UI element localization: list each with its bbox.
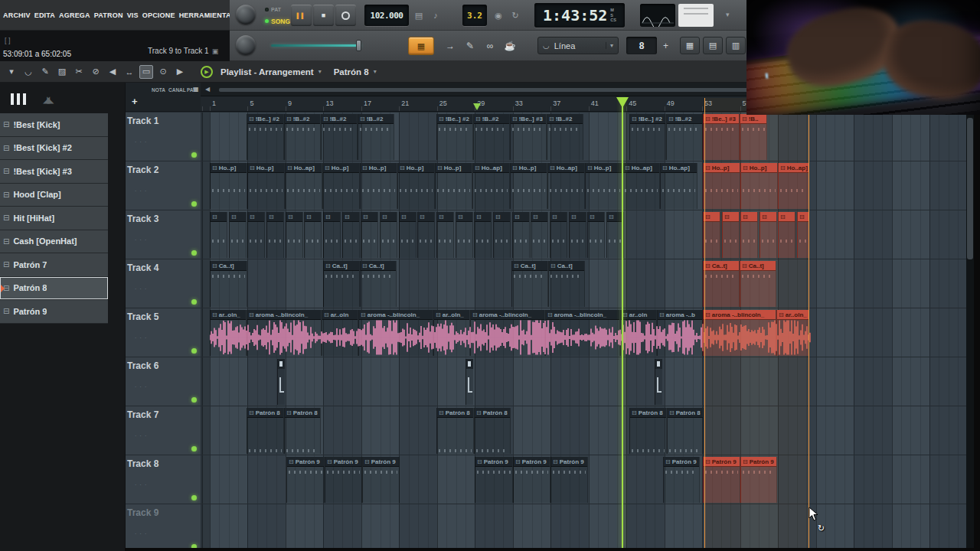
clip[interactable]: ⊟Patrón 8 [667, 408, 704, 454]
clip[interactable]: ⊟ [304, 212, 322, 258]
pat-mode-label[interactable]: PAT [271, 7, 281, 12]
playlist-track-5[interactable]: ⊟ar..oln_⊟aroma -..blincoln_⊟ar..oln⊟aro… [201, 308, 966, 357]
detach-chevron-icon[interactable]: ▾ [5, 65, 18, 79]
track-options-dots[interactable]: . . . [135, 235, 147, 242]
vertical-scrollbar[interactable] [966, 112, 974, 548]
playlist-track-2[interactable]: ⊟Ho..p]⊟Ho..p]⊟Ho..ap]⊟Ho..p]⊟Ho..p]⊟Ho.… [201, 161, 966, 210]
pencil-tool-button[interactable]: ✎ [462, 37, 478, 55]
playhead-marker[interactable] [616, 97, 629, 108]
clip[interactable]: ⊟Patrón 9 [663, 457, 700, 503]
track-options-dots[interactable]: . . . [135, 333, 147, 340]
pattern-item-7[interactable]: ⊟Patrón 7 [0, 253, 108, 277]
vertical-scrollbar-thumb[interactable] [967, 118, 973, 259]
track-name[interactable]: Track 4 [127, 262, 158, 273]
position-display[interactable]: 3.2 [462, 5, 487, 26]
clip[interactable]: ⊟Patrón 9 [286, 457, 325, 503]
menu-item-agrega[interactable]: AGREGA [59, 11, 90, 19]
menu-item-herramienta[interactable]: HERRAMIENTA [179, 11, 231, 19]
clip[interactable]: ⊟!Be..] #3 [510, 114, 547, 160]
pattern-item-2[interactable]: ⊟!Best [Kick] #2 [0, 137, 108, 161]
track-activity-led[interactable] [191, 299, 197, 305]
clip[interactable]: ⊟Patrón 9 [362, 457, 400, 503]
clip[interactable]: ⊟Ho..ap] [660, 163, 697, 209]
clip[interactable]: ⊟Ho..p] [247, 163, 285, 209]
scroll-left-icon[interactable]: ◀ [205, 86, 210, 93]
mini-clip[interactable] [466, 359, 473, 405]
view-pattern-button[interactable]: ▦ [680, 37, 700, 54]
clip[interactable]: ⊟Ho..p] [360, 163, 397, 209]
clip[interactable]: ⊟Patrón 8 [436, 408, 474, 454]
view-tracks-button[interactable]: ▤ [703, 37, 723, 54]
clip[interactable]: ⊟Patrón 8 [629, 408, 667, 454]
playlist-track-6[interactable] [201, 357, 966, 406]
track-name[interactable]: Track 5 [127, 311, 158, 322]
master-pitch-slider[interactable] [271, 44, 361, 47]
clip[interactable]: ⊟Ho..ap] [472, 163, 510, 209]
time-selection[interactable] [704, 98, 809, 548]
playlist-grid[interactable]: ◀ 159131721252933374145495357 ⊟!Be..] #2… [201, 83, 966, 548]
clip[interactable]: ⊟ [266, 212, 284, 258]
clip[interactable]: ⊟ [210, 212, 227, 258]
pattern-item-3[interactable]: ⊟!Best [Kick] #3 [0, 160, 108, 184]
clip[interactable]: ⊟Ho..p] [397, 163, 435, 209]
pattern-item-8[interactable]: ⊟Patrón 8 [0, 277, 108, 301]
clip[interactable]: ⊟Patrón 8 [247, 408, 284, 454]
transport-more-chevron-icon[interactable]: ▾ [726, 11, 730, 18]
clip[interactable]: ⊟ [247, 212, 265, 258]
clip[interactable]: ⊟Ca..t] [210, 261, 247, 307]
clip[interactable]: ⊟Ho..p] [585, 163, 622, 209]
pattern-item-5[interactable]: ⊟Hit [HiHat] [0, 207, 108, 230]
clip[interactable]: ⊟Ho..ap] [622, 163, 660, 209]
song-mode-label[interactable]: SONG [271, 18, 290, 25]
clip[interactable]: ⊟Ho..p] [510, 163, 547, 209]
select-tool-icon[interactable]: ▭ [139, 65, 153, 79]
menu-item-opcione[interactable]: OPCIONE [142, 11, 175, 19]
slip-tool-icon[interactable]: ↔ [122, 65, 136, 79]
timeline-marker[interactable] [473, 103, 481, 110]
chevron-down-icon[interactable]: ▾ [318, 68, 322, 75]
menu-item-vis[interactable]: VIS [127, 11, 139, 19]
playlist-track-3[interactable]: ⊟⊟⊟⊟⊟⊟⊟⊟⊟⊟⊟⊟⊟⊟⊟⊟⊟⊟⊟⊟⊟⊟⊟⊟⊟⊟⊟⊟ [201, 210, 966, 259]
clip[interactable]: ⊟Patrón 8 [284, 408, 321, 454]
clip[interactable]: ⊟Patrón 9 [550, 457, 588, 503]
mute-tool-icon[interactable]: ◀ [106, 65, 119, 79]
pattern-item-6[interactable]: ⊟Cash [OpenHat] [0, 230, 108, 254]
clip[interactable]: ⊟ [229, 212, 247, 258]
clip[interactable]: ⊟Patrón 8 [474, 408, 511, 454]
metronome-icon[interactable]: ♪ [429, 8, 443, 23]
clip[interactable]: ⊟ [456, 212, 473, 258]
clip[interactable]: ⊟ [286, 212, 303, 258]
clip[interactable]: ⊟ [399, 212, 416, 258]
clip[interactable]: ⊟!B..#2 [358, 114, 394, 160]
clip[interactable]: ⊟Ca..t] [360, 261, 397, 307]
track-options-dots[interactable]: . . . [135, 284, 147, 291]
playlist-title[interactable]: Playlist - Arrangement [220, 67, 314, 77]
pattern-item-4[interactable]: ⊟Hood [Clap] [0, 184, 108, 207]
track-activity-led[interactable] [191, 201, 197, 207]
clip[interactable]: ⊟!Be..] #2 [629, 114, 666, 160]
main-volume-knob[interactable] [236, 5, 256, 24]
track-options-dots[interactable]: . . . [135, 137, 147, 144]
track-activity-led[interactable] [191, 397, 197, 403]
shuffle-knob[interactable] [236, 35, 256, 55]
loop-record-icon[interactable]: ↻ [508, 8, 522, 23]
zoom-tool-icon[interactable]: ⊙ [156, 65, 170, 79]
draw-tool-icon[interactable]: ✎ [38, 65, 52, 79]
chevron-down-icon[interactable]: ▾ [374, 68, 377, 75]
magnet-icon[interactable]: ◡ [21, 65, 35, 79]
delete-tool-icon[interactable]: ⊘ [89, 65, 103, 79]
paint-tool-icon[interactable]: ▨ [55, 65, 69, 79]
clip[interactable]: ⊟!B..#2 [284, 114, 321, 160]
track-activity-led[interactable] [191, 152, 197, 158]
add-track-button[interactable]: + [132, 96, 138, 107]
clip[interactable]: ⊟Ho..p] [322, 163, 360, 209]
stop-button[interactable]: ■ [313, 5, 334, 26]
track-options-dots[interactable]: . . . [135, 382, 147, 389]
menu-item-archiv[interactable]: ARCHIV [3, 11, 31, 19]
track-name[interactable]: Track 1 [127, 116, 158, 126]
clip[interactable]: ⊟!Be..] #2 [436, 114, 473, 160]
clip[interactable]: ⊟Ho..p] [435, 163, 472, 209]
pat-song-switch[interactable]: PAT SONG [265, 4, 292, 27]
playlist-track-9[interactable] [201, 504, 966, 548]
track-activity-led[interactable] [191, 495, 197, 500]
